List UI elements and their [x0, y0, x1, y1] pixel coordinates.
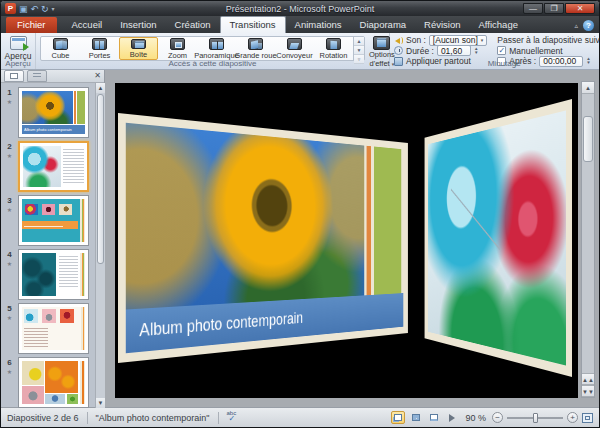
status-bar: Diapositive 2 de 6 "Album photo contempo…: [1, 407, 599, 427]
slides-tab-icon: [10, 73, 18, 79]
spellcheck-icon[interactable]: [227, 413, 239, 423]
duration-clock-icon: [394, 46, 403, 55]
slide-thumbnail[interactable]: [18, 195, 89, 246]
slide-thumbnail-row: 6 ★: [3, 357, 102, 408]
slide-sorter-view-button[interactable]: [409, 411, 423, 424]
advance-slide-heading: Passer à la diapositive suivante: [497, 36, 600, 45]
transition-cube[interactable]: Cube: [41, 37, 80, 60]
manual-label: Manuellement: [509, 46, 562, 56]
tab-revision[interactable]: Révision: [415, 17, 469, 33]
powerpoint-window: P ▣ ↶ ↻ ▾ Présentation2 - Microsoft Powe…: [0, 0, 600, 428]
gallery-scroll-up-icon[interactable]: ▲: [354, 37, 364, 46]
powerpoint-app-icon[interactable]: P: [5, 3, 16, 14]
window-title: Présentation2 - Microsoft PowerPoint: [1, 4, 599, 14]
slideshow-icon: [449, 414, 455, 422]
transition-zoom[interactable]: Zoom: [158, 37, 197, 60]
preview-button[interactable]: Aperçu: [3, 35, 33, 61]
normal-view-button[interactable]: [391, 411, 405, 424]
previous-slide-icon[interactable]: ▲▲: [582, 373, 594, 385]
slide-thumbnail-row: 5 ★: [3, 303, 102, 354]
thumb-caption: Album photo contemporain: [22, 125, 85, 134]
redo-icon[interactable]: ↻: [41, 4, 49, 14]
transition-panoramique[interactable]: Panoramique: [197, 37, 236, 60]
transition-star-icon[interactable]: ★: [7, 152, 12, 159]
tab-diaporama[interactable]: Diaporama: [351, 17, 415, 33]
tab-accueil[interactable]: Accueil: [63, 17, 112, 33]
slide-thumbnail-selected[interactable]: [18, 141, 89, 192]
panel-scrollbar-thumb[interactable]: [97, 94, 104, 264]
save-icon[interactable]: ▣: [19, 4, 28, 14]
close-button[interactable]: ✕: [565, 3, 595, 14]
box-transition-icon: [131, 39, 146, 49]
sound-label: Son :: [406, 35, 426, 45]
transition-convoyeur[interactable]: Convoyeur: [275, 37, 314, 60]
gallery-scroll-down-icon[interactable]: ▼: [354, 46, 364, 55]
close-panel-icon[interactable]: ✕: [94, 71, 101, 81]
reading-view-button[interactable]: [427, 411, 441, 424]
transition-star-icon[interactable]: ★: [7, 368, 12, 375]
tab-affichage[interactable]: Affichage: [470, 17, 527, 33]
stir-rod: [451, 189, 500, 250]
scroll-up-icon[interactable]: ▲: [582, 82, 594, 94]
transition-gallery: Cube Portes Boîte Zoom Panoramique: [40, 36, 365, 61]
zoom-slider[interactable]: [507, 417, 563, 419]
duration-input[interactable]: 01,60: [437, 45, 471, 56]
transition-star-icon[interactable]: ★: [7, 206, 12, 213]
ribbon-group-minutage: Son : [Aucun son] ▾ Durée : 01,60 ▲▼: [390, 33, 600, 69]
zoom-in-button[interactable]: +: [567, 412, 578, 423]
restore-button[interactable]: ❐: [544, 3, 564, 14]
thumbnail-list: 1 ★ Album photo contemporain: [1, 83, 104, 408]
tab-transitions[interactable]: Transitions: [220, 16, 286, 33]
tab-animations[interactable]: Animations: [286, 17, 351, 33]
slideshow-view-button[interactable]: [445, 411, 459, 424]
cube-transition-icon: [53, 38, 68, 50]
group-label-minutage: Minutage: [390, 59, 600, 69]
zoom-slider-thumb[interactable]: [533, 413, 538, 423]
help-icon[interactable]: ?: [583, 20, 594, 31]
slide-thumbnail[interactable]: [18, 357, 89, 408]
tab-creation[interactable]: Création: [166, 17, 220, 33]
minimize-button[interactable]: —: [523, 3, 543, 14]
rotate-transition-icon: [326, 38, 341, 50]
manual-checkbox[interactable]: ✓: [497, 46, 506, 55]
slide-thumbnail[interactable]: [18, 303, 89, 354]
minimize-ribbon-icon[interactable]: ▵: [574, 22, 578, 30]
transition-portes[interactable]: Portes: [80, 37, 119, 60]
ribbon: Aperçu Aperçu Cube Portes Boîte: [1, 33, 599, 70]
transition-grande-roue[interactable]: Grande roue: [236, 37, 275, 60]
fit-to-window-icon[interactable]: [582, 413, 593, 423]
doors-transition-icon: [92, 38, 107, 50]
transition-rotation[interactable]: Rotation: [314, 37, 353, 60]
transition-boite-selected[interactable]: Boîte: [119, 37, 158, 60]
beakers-thumb-photo: [23, 146, 61, 187]
transition-star-icon[interactable]: ★: [7, 98, 12, 105]
panel-scroll-up-icon[interactable]: ▲: [96, 83, 105, 93]
tab-diapositives[interactable]: [4, 70, 24, 82]
slide-number: 6: [7, 358, 11, 367]
tab-insertion[interactable]: Insertion: [111, 17, 165, 33]
undo-icon[interactable]: ↶: [31, 4, 39, 14]
duration-spinner[interactable]: ▲▼: [474, 47, 478, 55]
scrollbar-thumb[interactable]: [583, 116, 593, 162]
transition-preview-stage[interactable]: Album photo contemporain: [115, 83, 578, 398]
panel-scroll-down-icon[interactable]: ▼: [96, 398, 105, 408]
qat-dropdown-icon[interactable]: ▾: [52, 5, 55, 12]
slides-panel: ✕ 1 ★ Album photo contemporain: [1, 70, 105, 407]
slide-sorter-icon: [412, 414, 420, 421]
transition-star-icon[interactable]: ★: [7, 260, 12, 267]
sound-dropdown[interactable]: [Aucun son] ▾: [429, 35, 487, 46]
slide-thumbnail[interactable]: Album photo contemporain: [18, 87, 89, 138]
green-band: [374, 147, 401, 295]
zoom-out-button[interactable]: −: [492, 412, 503, 423]
next-slide-icon[interactable]: ▼▼: [582, 385, 594, 397]
tab-fichier[interactable]: Fichier: [6, 17, 57, 33]
slide-info: Diapositive 2 de 6: [7, 413, 79, 423]
panel-scrollbar[interactable]: ▲ ▼: [95, 83, 105, 408]
slide-number: 1: [7, 88, 11, 97]
ribbon-group-transitions-gallery: Cube Portes Boîte Zoom Panoramique: [36, 33, 390, 69]
transition-star-icon[interactable]: ★: [7, 314, 12, 321]
vertical-scrollbar[interactable]: ▲ ▲▲ ▼▼: [581, 81, 595, 398]
sunflower-photo: [126, 123, 365, 310]
tab-plan[interactable]: [27, 70, 47, 82]
slide-thumbnail[interactable]: [18, 249, 89, 300]
